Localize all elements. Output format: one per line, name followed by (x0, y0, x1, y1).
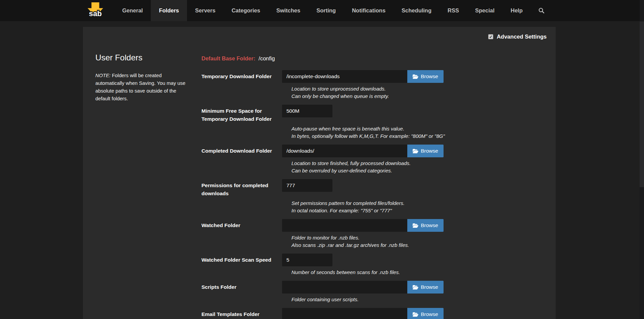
browse-button[interactable]: Browse (407, 308, 444, 319)
folder-open-icon (413, 312, 418, 317)
folder-open-icon (413, 74, 418, 79)
browse-button[interactable]: Browse (407, 219, 444, 232)
field-row: Temporary Download Folder Browse Locatio… (201, 70, 556, 100)
browse-label: Browse (421, 73, 438, 79)
nav-tab-switches[interactable]: Switches (268, 0, 309, 21)
folders-note: NOTE: Folders will be created automatica… (95, 72, 187, 103)
browse-button[interactable]: Browse (407, 281, 444, 294)
scrollbar-thumb[interactable] (640, 21, 644, 187)
logo-text: sab (89, 9, 102, 18)
folder-open-icon (413, 223, 418, 228)
help-line: Folder containing user scripts. (291, 296, 556, 303)
field-label: Permissions for completed downloads (201, 179, 282, 197)
field-label: Email Templates Folder (201, 308, 282, 318)
field-label: Watched Folder Scan Speed (201, 254, 282, 264)
sab-arrow-icon: sab (86, 1, 105, 20)
default-base-folder: Default Base Folder: /config (201, 55, 556, 62)
help-line: Location to store unprocessed downloads. (291, 85, 556, 93)
section-intro: User Folders NOTE: Folders will be creat… (95, 53, 187, 319)
nav-tab-servers[interactable]: Servers (187, 0, 224, 21)
field-row: Scripts Folder Browse Folder containing … (201, 281, 556, 303)
folder-open-icon (413, 149, 418, 154)
browse-button[interactable]: Browse (407, 70, 444, 83)
nav-tab-help[interactable]: Help (503, 0, 531, 21)
field-help: Location to store unprocessed downloads.… (291, 85, 556, 100)
field-help: Set permissions pattern for completed fi… (291, 200, 556, 214)
field-input[interactable] (282, 179, 332, 192)
nav-tab-sorting[interactable]: Sorting (308, 0, 344, 21)
help-line: Also scans .zip .rar and .tar.gz archive… (291, 242, 556, 249)
folder-open-icon (413, 285, 418, 290)
help-line: Number of seconds between scans for .nzb… (291, 269, 556, 276)
help-line: Can only be changed when queue is empty. (291, 93, 556, 100)
field-label: Scripts Folder (201, 281, 282, 291)
field-label: Completed Download Folder (201, 145, 282, 155)
advanced-settings-toggle[interactable]: ✓ Advanced Settings (488, 34, 547, 40)
page-title: User Folders (95, 53, 187, 62)
nav-tabs: GeneralFoldersServersCategoriesSwitchesS… (114, 0, 531, 21)
nav-tab-special[interactable]: Special (467, 0, 503, 21)
nav-tab-folders[interactable]: Folders (151, 0, 187, 21)
nav-tab-notifications[interactable]: Notifications (344, 0, 394, 21)
field-label: Temporary Download Folder (201, 70, 282, 81)
help-line: Folder to monitor for .nzb files. (291, 234, 556, 242)
nav-tab-rss[interactable]: RSS (440, 0, 467, 21)
help-line: Auto-pause when free space is beneath th… (291, 125, 556, 132)
field-help: Folder containing user scripts. (291, 296, 556, 303)
config-panel: ✓ Advanced Settings User Folders NOTE: F… (83, 27, 556, 319)
field-row: Email Templates Folder Browse Folder con… (201, 308, 556, 319)
field-input[interactable] (282, 105, 332, 117)
field-input[interactable] (282, 254, 332, 266)
fields-container: Temporary Download Folder Browse Locatio… (201, 70, 556, 319)
default-base-folder-label: Default Base Folder: (201, 55, 255, 61)
nav-tab-general[interactable]: General (114, 0, 151, 21)
field-label: Minimum Free Space for Temporary Downloa… (201, 105, 282, 123)
field-help: Number of seconds between scans for .nzb… (291, 269, 556, 276)
advanced-settings-checkbox[interactable]: ✓ (488, 34, 493, 39)
search-icon (538, 7, 545, 14)
top-navbar: sab GeneralFoldersServersCategoriesSwitc… (0, 0, 644, 21)
field-row: Permissions for completed downloads Set … (201, 179, 556, 214)
field-help: Location to store finished, fully proces… (291, 160, 556, 174)
field-input[interactable] (282, 145, 407, 157)
browse-button[interactable]: Browse (407, 145, 444, 157)
field-row: Watched Folder Scan Speed Number of seco… (201, 254, 556, 276)
browse-label: Browse (421, 311, 438, 317)
help-line: Set permissions pattern for completed fi… (291, 200, 556, 207)
advanced-settings-label: Advanced Settings (497, 34, 547, 40)
field-help: Folder to monitor for .nzb files.Also sc… (291, 234, 556, 249)
help-line: In octal notation. For example: "755" or… (291, 207, 556, 214)
page-scrollbar[interactable] (640, 0, 644, 319)
folders-form: Default Base Folder: /config Temporary D… (201, 53, 556, 319)
browse-label: Browse (421, 284, 438, 290)
browse-label: Browse (421, 222, 438, 228)
help-line: Location to store finished, fully proces… (291, 160, 556, 167)
field-row: Minimum Free Space for Temporary Downloa… (201, 105, 556, 140)
help-line: Can be overruled by user-defined categor… (291, 167, 556, 174)
nav-tab-categories[interactable]: Categories (224, 0, 268, 21)
nav-tab-scheduling[interactable]: Scheduling (394, 0, 440, 21)
field-help: Auto-pause when free space is beneath th… (291, 125, 556, 140)
field-input[interactable] (282, 70, 407, 83)
help-line: In bytes, optionally follow with K,M,G,T… (291, 132, 556, 140)
field-input[interactable] (282, 308, 407, 319)
sabnzbd-logo[interactable]: sab (86, 0, 105, 21)
default-base-folder-value: /config (259, 55, 275, 61)
field-input[interactable] (282, 219, 407, 232)
nav-search-button[interactable] (531, 0, 552, 21)
field-row: Watched Folder Browse Folder to monitor … (201, 219, 556, 249)
field-input[interactable] (282, 281, 407, 294)
field-label: Watched Folder (201, 219, 282, 229)
note-prefix: NOTE: (95, 73, 110, 78)
browse-label: Browse (421, 148, 438, 154)
field-row: Completed Download Folder Browse Locatio… (201, 145, 556, 174)
